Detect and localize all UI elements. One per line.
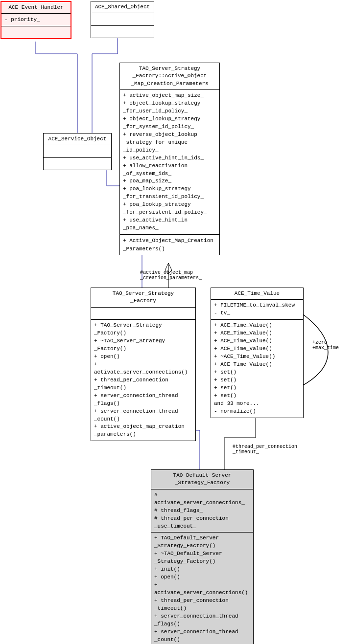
- tao-params-title: TAO_Server_Strategy_Factory::Active_Obje…: [120, 63, 219, 90]
- ace-time-value-fields: + FILETIME_to_timval_skew - tv_: [211, 300, 303, 320]
- ace-shared-object-fields: [91, 13, 154, 26]
- tao-server-strategy-factory-params-box: TAO_Server_Strategy_Factory::Active_Obje…: [119, 63, 220, 255]
- ace-shared-object-box: ACE_Shared_Object: [91, 1, 154, 38]
- tao-server-strategy-factory-box: TAO_Server_Strategy_Factory + TAO_Server…: [91, 288, 196, 441]
- tao-factory-title: TAO_Server_Strategy_Factory: [91, 288, 195, 308]
- tao-default-factory-methods: + TAO_Default_Server _Strategy_Factory()…: [151, 533, 253, 644]
- ace-event-handler-fields: - priority_: [1, 14, 71, 26]
- tao-factory-methods: + TAO_Server_Strategy _Factory() + ~TAO_…: [91, 320, 195, 441]
- thread-per-connection-label: #thread_per_connection_timeout_: [233, 444, 297, 455]
- ace-event-handler-box: ACE_Event_Handler - priority_: [0, 1, 71, 39]
- tao-default-server-strategy-factory-box: TAO_Default_Server_Strategy_Factory # ac…: [151, 469, 254, 644]
- ace-time-value-title: ACE_Time_Value: [211, 288, 303, 300]
- active-object-map-label: #active_object_map_creation_parameters_: [140, 270, 202, 281]
- tao-params-fields: + active_object_map_size_ + object_looku…: [120, 90, 219, 235]
- ace-service-object-box: ACE_Service_Object: [43, 133, 112, 170]
- ace-service-object-title: ACE_Service_Object: [44, 133, 111, 145]
- ace-time-value-box: ACE_Time_Value + FILETIME_to_timval_skew…: [211, 288, 304, 418]
- tao-params-methods: + Active_Object_Map_Creation_Parameters(…: [120, 235, 219, 255]
- diagram-container: ACE_Event_Handler - priority_ ACE_Shared…: [0, 0, 354, 644]
- ace-shared-object-methods: [91, 26, 154, 38]
- tao-default-factory-fields: # activate_server_connections_ # thread_…: [151, 489, 253, 533]
- tao-default-factory-title: TAO_Default_Server_Strategy_Factory: [151, 470, 253, 489]
- ace-service-object-fields: [44, 145, 111, 158]
- ace-shared-object-title: ACE_Shared_Object: [91, 1, 154, 13]
- ace-event-handler-methods: [1, 26, 71, 39]
- ace-event-handler-title: ACE_Event_Handler: [1, 2, 71, 14]
- zero-max-time-label: +zero+max_time: [312, 340, 339, 351]
- ace-time-value-methods: + ACE_Time_Value() + ACE_Time_Value() + …: [211, 320, 303, 417]
- tao-factory-fields: [91, 308, 195, 320]
- ace-service-object-methods: [44, 158, 111, 170]
